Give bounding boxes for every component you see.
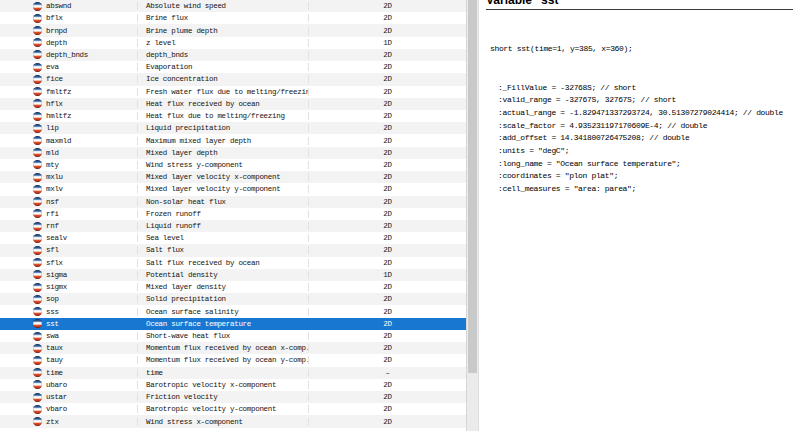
globe-sphere-icon — [33, 283, 42, 292]
variable-name-cell: depth — [0, 38, 137, 47]
variable-name-cell: mty — [0, 160, 137, 169]
variable-name-cell: abswnd — [0, 2, 137, 11]
variable-name-cell: sealv — [0, 234, 137, 243]
globe-sphere-icon — [33, 222, 42, 231]
variable-name: rnf — [46, 222, 59, 230]
table-row[interactable]: evaEvaporation2D — [0, 61, 466, 73]
table-row[interactable]: depth_bndsdepth_bnds2D — [0, 49, 466, 61]
variable-name-cell: eva — [0, 63, 137, 72]
variable-long-name: Ocean surface salinity — [137, 308, 308, 316]
variable-long-name: Solid precipitation — [137, 295, 308, 303]
table-row[interactable]: sopSolid precipitation2D — [0, 293, 466, 305]
variable-name: sealv — [46, 234, 67, 242]
variable-name: sst — [46, 320, 59, 328]
variable-long-name: Mixed layer velocity y-component — [137, 185, 308, 193]
table-row[interactable]: swaShort-wave heat flux2D — [0, 330, 466, 342]
attribute-list: :_FillValue = -32768S; // short:valid_ra… — [490, 82, 800, 196]
variable-name: swa — [46, 332, 59, 340]
table-row[interactable]: hmltfzHeat flux due to melting/freezing2… — [0, 110, 466, 122]
globe-sphere-icon — [33, 112, 42, 121]
variable-name: sfl — [46, 246, 59, 254]
table-row[interactable]: lipLiquid precipitation2D — [0, 122, 466, 134]
table-row[interactable]: mtyWind stress y-component2D — [0, 159, 466, 171]
variable-name-cell: sop — [0, 295, 137, 304]
table-row[interactable]: nsfNon-solar heat flux2D — [0, 196, 466, 208]
variable-long-name: Mixed layer density — [137, 283, 308, 291]
table-row[interactable]: vbaroBarotropic velocity y-component2D — [0, 403, 466, 415]
table-row[interactable]: bflxBrine flux2D — [0, 12, 466, 24]
attribute-line: :scale_factor = 4.935231197170609E-4; //… — [498, 120, 800, 133]
globe-sphere-icon — [33, 344, 42, 353]
variable-dims: 2D — [308, 222, 466, 230]
table-row[interactable]: depthz level1D — [0, 37, 466, 49]
variable-name-cell: maxmld — [0, 136, 137, 145]
table-row[interactable]: fmltfzFresh water flux due to melting/fr… — [0, 86, 466, 98]
globe-sphere-icon — [33, 124, 42, 133]
variable-name: depth_bnds — [46, 51, 88, 59]
globe-sphere-icon — [33, 38, 42, 47]
variable-dims: 2D — [308, 210, 466, 218]
table-row[interactable]: sssOcean surface salinity2D — [0, 305, 466, 317]
attribute-line: :cell_measures = "area: parea"; — [498, 183, 800, 196]
variable-long-name: Salt flux received by ocean — [137, 259, 308, 267]
table-row[interactable]: hflxHeat flux received by ocean2D — [0, 98, 466, 110]
scrollbar-thumb[interactable] — [468, 0, 477, 373]
table-row[interactable]: sigmaPotential density1D — [0, 269, 466, 281]
table-row[interactable]: rnfLiquid runoff2D — [0, 220, 466, 232]
attribute-line: :units = "degC"; — [498, 145, 800, 158]
globe-sphere-icon — [33, 368, 42, 377]
variable-dims: 2D — [308, 161, 466, 169]
variable-long-name: Non-solar heat flux — [137, 198, 308, 206]
variable-dims: 2D — [308, 320, 466, 328]
table-row[interactable]: mldMixed layer depth2D — [0, 147, 466, 159]
globe-sphere-icon — [33, 148, 42, 157]
table-row[interactable]: ustarFriction velocity2D — [0, 391, 466, 403]
variable-dims: 2D — [308, 2, 466, 10]
table-scrollbar[interactable] — [466, 0, 479, 431]
variable-name-cell: ubaro — [0, 380, 137, 389]
table-row[interactable]: sigmxMixed layer density2D — [0, 281, 466, 293]
table-row[interactable]: sstOcean surface temperature2D — [0, 318, 466, 330]
table-row[interactable]: timetime– — [0, 367, 466, 379]
variable-name-cell: mxlu — [0, 173, 137, 182]
variable-long-name: Barotropic velocity y-component — [137, 405, 308, 413]
table-row[interactable]: maxmldMaximum mixed layer depth2D — [0, 134, 466, 146]
variable-dims: 1D — [308, 39, 466, 47]
variable-name: hmltfz — [46, 112, 71, 120]
table-row[interactable]: sflxSalt flux received by ocean2D — [0, 257, 466, 269]
variable-long-name: Friction velocity — [137, 393, 308, 401]
variable-name: sigma — [46, 271, 67, 279]
variable-dims: 2D — [308, 393, 466, 401]
variable-name-cell: depth_bnds — [0, 50, 137, 59]
variable-dims: 2D — [308, 308, 466, 316]
variable-name-cell: fice — [0, 75, 137, 84]
variable-dims: 2D — [308, 283, 466, 291]
table-row[interactable]: tauyMomentum flux received by ocean y-co… — [0, 354, 466, 366]
table-row[interactable]: mxluMixed layer velocity x-component2D — [0, 171, 466, 183]
variable-dims: 2D — [308, 246, 466, 254]
table-row[interactable]: sealvSea level2D — [0, 232, 466, 244]
globe-sphere-icon — [33, 307, 42, 316]
table-row[interactable]: mxlvMixed layer velocity y-component2D — [0, 183, 466, 195]
globe-sphere-icon — [33, 319, 42, 328]
variable-name: mty — [46, 161, 59, 169]
variable-name: sop — [46, 295, 59, 303]
variable-name: sigmx — [46, 283, 67, 291]
table-row[interactable]: ficeIce concentration2D — [0, 73, 466, 85]
variable-name: maxmld — [46, 137, 71, 145]
variable-dims: 2D — [308, 173, 466, 181]
variable-long-name: Absolute wind speed — [137, 2, 308, 10]
variable-dims: 2D — [308, 149, 466, 157]
table-row[interactable]: abswndAbsolute wind speed2D — [0, 0, 466, 12]
variable-name-cell: sigma — [0, 270, 137, 279]
attribute-line: :_FillValue = -32768S; // short — [498, 82, 800, 95]
table-row[interactable]: sflSalt flux2D — [0, 244, 466, 256]
table-row[interactable]: ubaroBarotropic velocity x-component2D — [0, 379, 466, 391]
table-row[interactable]: brnpdBrine plume depth2D — [0, 24, 466, 36]
table-row[interactable]: rfiFrozen runoff2D — [0, 208, 466, 220]
globe-sphere-icon — [33, 14, 42, 23]
table-row[interactable]: ztxWind stress x-component2D — [0, 415, 466, 427]
variable-long-name: Evaporation — [137, 63, 308, 71]
variable-dims: 1D — [308, 271, 466, 279]
table-row[interactable]: tauxMomentum flux received by ocean x-co… — [0, 342, 466, 354]
